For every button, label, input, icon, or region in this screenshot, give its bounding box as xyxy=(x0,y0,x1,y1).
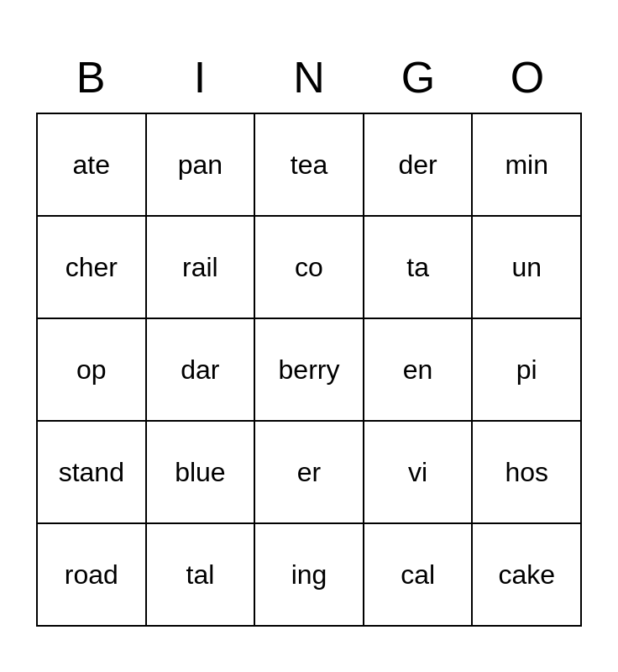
cell-0-4: min xyxy=(473,114,580,215)
cell-3-2: er xyxy=(255,422,364,522)
header-o: O xyxy=(473,45,582,109)
bingo-row: op dar berry en pi xyxy=(38,319,580,422)
cell-0-1: pan xyxy=(147,114,256,215)
cell-3-0: stand xyxy=(38,422,147,522)
bingo-row: ate pan tea der min xyxy=(38,114,580,217)
cell-4-4: cake xyxy=(473,524,580,625)
cell-2-1: dar xyxy=(147,319,256,420)
bingo-header: B I N G O xyxy=(36,45,582,109)
cell-3-3: vi xyxy=(364,422,474,522)
cell-4-3: cal xyxy=(364,524,474,625)
cell-4-2: ing xyxy=(255,524,364,625)
bingo-container: B I N G O ate pan tea der min cher rail … xyxy=(19,29,599,643)
cell-1-3: ta xyxy=(364,217,474,318)
cell-1-2: co xyxy=(255,217,364,318)
cell-0-2: tea xyxy=(255,114,364,215)
bingo-row: road tal ing cal cake xyxy=(38,524,580,625)
header-b: B xyxy=(36,45,145,109)
cell-4-1: tal xyxy=(147,524,256,625)
cell-4-0: road xyxy=(38,524,147,625)
cell-0-3: der xyxy=(364,114,474,215)
cell-1-1: rail xyxy=(147,217,256,318)
cell-0-0: ate xyxy=(38,114,147,215)
bingo-row: cher rail co ta un xyxy=(38,217,580,319)
bingo-row: stand blue er vi hos xyxy=(38,422,580,524)
cell-2-3: en xyxy=(364,319,474,420)
bingo-grid: ate pan tea der min cher rail co ta un o… xyxy=(36,113,582,627)
cell-3-1: blue xyxy=(147,422,256,522)
cell-2-4: pi xyxy=(473,319,580,420)
header-g: G xyxy=(364,45,473,109)
cell-1-4: un xyxy=(473,217,580,318)
header-i: I xyxy=(145,45,254,109)
cell-3-4: hos xyxy=(473,422,580,522)
cell-1-0: cher xyxy=(38,217,147,318)
cell-2-2: berry xyxy=(255,319,364,420)
header-n: N xyxy=(254,45,364,109)
cell-2-0: op xyxy=(38,319,147,420)
